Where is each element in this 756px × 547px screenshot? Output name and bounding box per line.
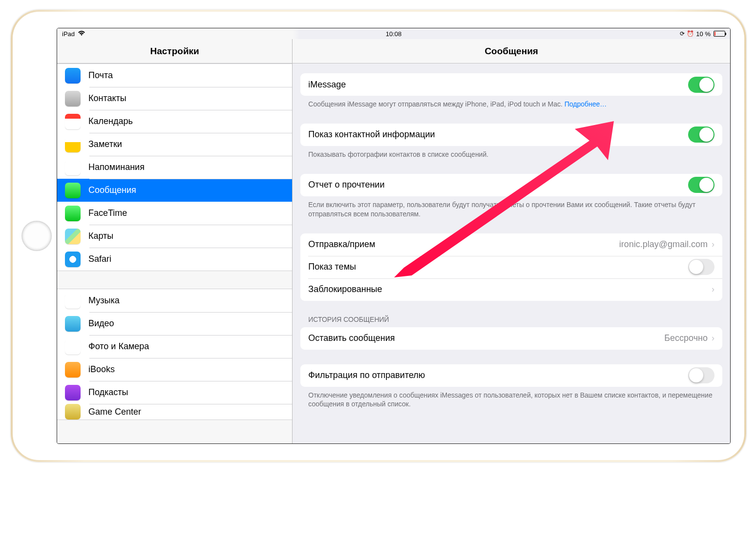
sidebar-item-label: Контакты	[88, 93, 126, 104]
gamecenter-icon	[65, 404, 81, 420]
sidebar-item-contacts[interactable]: Контакты	[57, 87, 292, 110]
keep-messages-label: Оставить сообщения	[308, 333, 664, 343]
imessage-label: iMessage	[308, 80, 688, 90]
sidebar-item-messages[interactable]: Сообщения	[57, 179, 292, 202]
battery-icon	[713, 31, 725, 37]
sidebar-item-label: Сообщения	[88, 185, 136, 195]
status-bar: iPad 10:08 ⟳ ⏰ 10 %	[57, 28, 730, 39]
facetime-icon	[65, 206, 81, 221]
sidebar-item-maps[interactable]: Карты	[57, 225, 292, 248]
imessage-row[interactable]: iMessage	[300, 73, 722, 96]
show-subject-switch[interactable]	[688, 259, 714, 275]
settings-sidebar: Настройки ПочтаКонтактыКалендарьЗаметкиН…	[57, 39, 293, 443]
sidebar-item-label: Game Center	[88, 407, 141, 417]
keep-messages-row[interactable]: Оставить сообщения Бессрочно ›	[300, 327, 722, 350]
imessage-footer-text: Сообщения iMessage могут отправляться ме…	[308, 100, 563, 108]
read-receipt-label: Отчет о прочтении	[308, 180, 688, 190]
chevron-right-icon: ›	[712, 333, 714, 343]
contact-info-footer: Показывать фотографии контактов в списке…	[300, 146, 722, 159]
battery-percent: 10 %	[696, 30, 711, 38]
sidebar-item-label: FaceTime	[88, 208, 127, 218]
send-receive-label: Отправка/прием	[308, 239, 619, 250]
alarm-icon: ⏰	[687, 30, 694, 37]
sidebar-item-gamecenter[interactable]: Game Center	[57, 404, 292, 420]
mail-icon	[65, 68, 81, 84]
contact-info-row[interactable]: Показ контактной информации	[300, 124, 722, 146]
contacts-icon	[65, 91, 81, 106]
sidebar-item-ibooks[interactable]: iBooks	[57, 358, 292, 381]
contact-info-label: Показ контактной информации	[308, 129, 688, 140]
sidebar-item-notes[interactable]: Заметки	[57, 133, 292, 156]
screen: iPad 10:08 ⟳ ⏰ 10 % На	[57, 28, 731, 444]
wifi-icon	[78, 30, 85, 38]
blocked-row[interactable]: Заблокированные ›	[300, 278, 722, 301]
detail-title: Сообщения	[293, 39, 730, 63]
sidebar-item-calendar[interactable]: Календарь	[57, 110, 292, 133]
sidebar-item-label: iBooks	[88, 364, 115, 375]
read-receipt-row[interactable]: Отчет о прочтении	[300, 174, 722, 196]
sidebar-item-videos[interactable]: Видео	[57, 312, 292, 335]
filter-sender-switch[interactable]	[688, 367, 714, 383]
ipad-bezel: iPad 10:08 ⟳ ⏰ 10 % На	[13, 12, 744, 460]
calendar-icon	[65, 114, 81, 129]
sidebar-item-label: Почта	[88, 70, 113, 81]
ipad-chassis: iPad 10:08 ⟳ ⏰ 10 % На	[11, 10, 746, 462]
contact-info-switch[interactable]	[688, 126, 714, 143]
send-receive-row[interactable]: Отправка/прием ironic.play@gmail.com ›	[300, 233, 722, 256]
sidebar-item-label: Карты	[88, 231, 113, 241]
status-time: 10:08	[386, 30, 402, 38]
sidebar-item-label: Safari	[88, 254, 111, 264]
show-subject-label: Показ темы	[308, 262, 688, 272]
chevron-right-icon: ›	[712, 239, 714, 250]
filter-sender-row[interactable]: Фильтрация по отправителю	[300, 364, 722, 387]
imessage-more-link[interactable]: Подробнее…	[565, 100, 607, 108]
sidebar-item-photos[interactable]: Фото и Камера	[57, 335, 292, 358]
read-receipt-switch[interactable]	[688, 177, 714, 193]
videos-icon	[65, 316, 81, 332]
sidebar-item-label: Фото и Камера	[88, 341, 149, 352]
blocked-label: Заблокированные	[308, 284, 712, 295]
podcasts-icon	[65, 385, 81, 400]
settings-detail: Сообщения iMessage Сообщения iMessage мо…	[293, 39, 730, 443]
read-receipt-footer: Если включить этот параметр, пользовател…	[300, 196, 722, 219]
chevron-right-icon: ›	[712, 284, 714, 295]
sidebar-item-label: Календарь	[88, 116, 133, 126]
sidebar-item-label: Подкасты	[88, 387, 128, 398]
sidebar-item-mail[interactable]: Почта	[57, 64, 292, 87]
sidebar-item-safari[interactable]: Safari	[57, 248, 292, 271]
keep-messages-value: Бессрочно	[664, 333, 708, 343]
sidebar-item-label: Музыка	[88, 295, 120, 306]
reminders-icon	[65, 160, 81, 175]
filter-sender-label: Фильтрация по отправителю	[308, 370, 688, 380]
photos-icon	[65, 339, 81, 355]
safari-icon	[65, 252, 81, 267]
sidebar-item-label: Заметки	[88, 139, 122, 149]
history-header: ИСТОРИЯ СООБЩЕНИЙ	[300, 316, 722, 327]
notes-icon	[65, 137, 81, 152]
imessage-footer: Сообщения iMessage могут отправляться ме…	[300, 96, 722, 109]
rotation-lock-icon: ⟳	[680, 30, 685, 37]
maps-icon	[65, 229, 81, 244]
sidebar-item-music[interactable]: Музыка	[57, 289, 292, 312]
sidebar-title: Настройки	[57, 39, 292, 63]
ibooks-icon	[65, 362, 81, 378]
send-receive-value: ironic.play@gmail.com	[619, 239, 708, 250]
imessage-switch[interactable]	[688, 77, 714, 93]
messages-icon	[65, 183, 81, 198]
sidebar-item-podcasts[interactable]: Подкасты	[57, 381, 292, 404]
sidebar-item-reminders[interactable]: Напоминания	[57, 156, 292, 179]
music-icon	[65, 293, 81, 309]
sidebar-item-facetime[interactable]: FaceTime	[57, 202, 292, 225]
sidebar-item-label: Видео	[88, 318, 114, 329]
device-name: iPad	[62, 30, 75, 38]
filter-sender-footer: Отключение уведомления о сообщениях iMes…	[300, 387, 722, 409]
sidebar-item-label: Напоминания	[88, 162, 145, 172]
home-button[interactable]	[21, 221, 52, 251]
show-subject-row[interactable]: Показ темы	[300, 256, 722, 278]
